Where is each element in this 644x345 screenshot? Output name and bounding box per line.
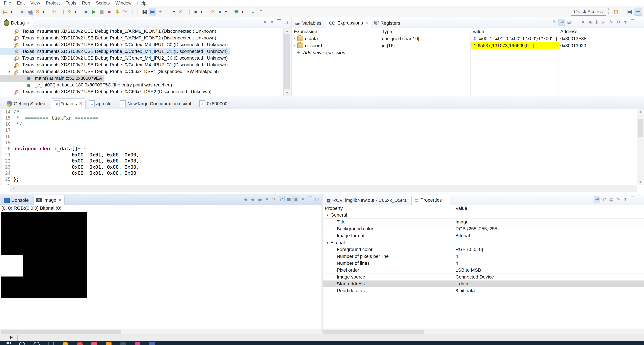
zoom-select-icon[interactable]: ◉ <box>257 196 263 203</box>
build-dropdown-icon[interactable]: ▾ <box>42 8 46 16</box>
taskbar-app-yellow[interactable] <box>62 341 69 345</box>
editor-tab[interactable]: c 0x800000 <box>196 99 232 109</box>
maximize-icon[interactable]: ◻ <box>636 196 643 203</box>
minimize-icon[interactable]: ▔ <box>629 19 636 26</box>
maximize-icon[interactable]: ◻ <box>314 196 320 203</box>
restart-icon[interactable]: ↺ <box>208 8 216 16</box>
debug-tree-item[interactable]: Texas Instruments XDS100v2 USB Debug Pro… <box>0 55 230 62</box>
new-window-icon[interactable]: ▢ <box>58 8 66 16</box>
separator[interactable] <box>205 9 207 15</box>
close-icon[interactable]: ✕ <box>27 21 30 25</box>
start-button[interactable] <box>4 341 11 345</box>
memory-view-icon[interactable]: ▦ <box>141 8 148 16</box>
remove-all-icon[interactable]: ✕ <box>587 19 593 26</box>
show-type-names-icon[interactable]: ✎ <box>552 19 558 26</box>
taskbar-app-red[interactable] <box>76 341 83 345</box>
step-into-icon[interactable]: ↴ <box>113 8 120 16</box>
menu-item[interactable]: Tools <box>63 1 79 6</box>
taskbar-app-dark[interactable] <box>120 341 126 345</box>
debug-tree-item[interactable]: main() at main.c:53 0x800079EA <box>0 75 104 82</box>
scroll-thumb[interactable] <box>323 329 424 333</box>
expressions-tab[interactable]: Expressions ✕ <box>326 18 371 28</box>
maximize-icon[interactable]: ◻ <box>283 19 289 25</box>
import-icon[interactable]: ◱ <box>601 19 608 26</box>
quick-access-button[interactable]: Quick Access <box>571 8 606 16</box>
taskbar-app-pink[interactable] <box>91 341 98 345</box>
scroll-down-icon[interactable]: ▼ <box>637 179 644 185</box>
menu-item[interactable]: Scripts <box>93 1 113 6</box>
code-line[interactable]: 19 <box>0 140 637 146</box>
collapse-all-icon[interactable]: ⊟ <box>566 19 572 26</box>
save-icon[interactable]: ▣ <box>18 8 26 16</box>
suspend-icon[interactable]: ▮▮ <box>98 8 105 16</box>
tree-mode-icon[interactable]: ⇥ <box>558 19 565 26</box>
bottom-tab[interactable]: Image ✕ <box>33 195 64 205</box>
debug-tree-item[interactable]: Texas Instruments XDS100v2 USB Debug Pro… <box>0 48 230 55</box>
separator[interactable] <box>622 9 624 15</box>
tab-debug[interactable]: Debug ✕ <box>1 18 33 28</box>
code-line[interactable]: 20unsigned char i_data[]= { <box>0 146 637 152</box>
bottom-tab[interactable]: Console <box>1 195 33 205</box>
menu-item[interactable]: Window <box>112 1 134 6</box>
copy-icon[interactable]: ✎ <box>615 196 622 203</box>
debug-scrollbar[interactable]: ▲ ▼ <box>284 28 291 96</box>
debug-tree-item[interactable]: Texas Instruments XDS100v2 USB Debug Pro… <box>0 62 230 68</box>
bitonal-image[interactable] <box>1 212 88 298</box>
zoom-dropdown-icon[interactable]: ▾ <box>264 196 270 203</box>
flash-dropdown-icon[interactable]: ▾ <box>74 8 78 16</box>
task-view-icon[interactable] <box>48 341 54 345</box>
pause-updates-icon[interactable]: ▮▮ <box>285 196 292 203</box>
property-row[interactable] <box>323 322 644 329</box>
close-icon[interactable]: ✕ <box>444 198 447 202</box>
property-row[interactable]: Foreground color RGB {0, 0, 0} <box>323 246 644 253</box>
expand-chevron-icon[interactable]: › <box>292 44 297 48</box>
separator[interactable] <box>47 9 49 15</box>
disconnect-icon[interactable]: ✕ <box>262 19 268 25</box>
view-menu-icon[interactable]: ▾ <box>269 19 275 25</box>
image-hscrollbar[interactable] <box>0 329 322 334</box>
connect-target-icon[interactable]: ▣ <box>148 8 156 16</box>
add-expression-icon[interactable]: + <box>573 19 579 26</box>
ccs-debug-perspective-icon[interactable]: ✳ <box>634 8 642 16</box>
debug-launch-icon[interactable]: ▣ <box>82 8 90 16</box>
editor-tab[interactable]: ≡ app.cfg <box>86 99 117 109</box>
editor-tab[interactable]: c *main.c ✕ <box>51 98 85 109</box>
sync-icon[interactable]: ⇄ <box>278 196 284 203</box>
image-canvas-area[interactable] <box>0 211 322 329</box>
group-caret-icon[interactable]: ▾ <box>325 241 330 245</box>
code-line[interactable]: 24 0x00, 0x01, 0x00, 0x00 <box>0 170 637 176</box>
add-expression-row[interactable]: + Add new expression <box>292 49 644 56</box>
step-backward-icon[interactable]: ⇡ <box>257 8 264 16</box>
property-row[interactable]: ▾ General <box>323 212 644 219</box>
step-over-icon[interactable]: ↷ <box>121 8 128 16</box>
scroll-thumb[interactable] <box>1 329 122 333</box>
code-line[interactable]: 18 <box>0 133 637 140</box>
open-perspective-icon[interactable]: ⊞ <box>612 8 620 16</box>
minimize-icon[interactable]: ▔ <box>629 196 636 203</box>
scroll-up-icon[interactable]: ▲ <box>284 28 291 34</box>
scroll-thumb[interactable] <box>284 34 290 89</box>
code-line[interactable]: 16 */ <box>0 121 637 127</box>
scroll-thumb[interactable] <box>638 119 643 137</box>
column-divider[interactable] <box>558 35 558 96</box>
menu-item[interactable]: Edit <box>14 1 28 6</box>
expression-row[interactable]: › i_data unsigned char[16] [0 '\x00',1 '… <box>292 35 644 42</box>
save-all-icon[interactable]: ▣ <box>26 8 33 16</box>
code-line[interactable]: 22 0x00, 0x01, 0x00, 0x00, <box>0 158 637 164</box>
bottom-tab[interactable]: ROV: imglibNew.out - C66xx_DSP1 <box>324 195 412 205</box>
resume-icon[interactable]: ▶ <box>90 8 98 16</box>
view-menu-icon[interactable]: ▾ <box>300 196 306 203</box>
separator[interactable] <box>137 9 140 15</box>
zoom-in-icon[interactable]: ⊕ <box>243 196 249 203</box>
minimize-icon[interactable]: ▔ <box>307 196 313 203</box>
debug-tree-item[interactable]: ▾ Texas Instruments XDS100v2 USB Debug P… <box>0 68 221 75</box>
property-row[interactable] <box>323 308 644 315</box>
expression-row[interactable]: › o_coord int[16] [1,65537,131073,196609… <box>292 42 644 49</box>
new-dropdown-icon[interactable]: ▾ <box>10 8 14 16</box>
code-line[interactable]: 26 <box>0 182 637 185</box>
scroll-left-icon[interactable]: ‹ <box>10 186 17 191</box>
refresh-icon[interactable]: ↻ <box>50 8 58 16</box>
search-icon[interactable] <box>19 341 26 345</box>
debug-tree-item[interactable]: Texas Instruments XDS100v2 USB Debug Pro… <box>0 88 214 95</box>
lock-icon[interactable]: ▣ <box>292 196 299 203</box>
